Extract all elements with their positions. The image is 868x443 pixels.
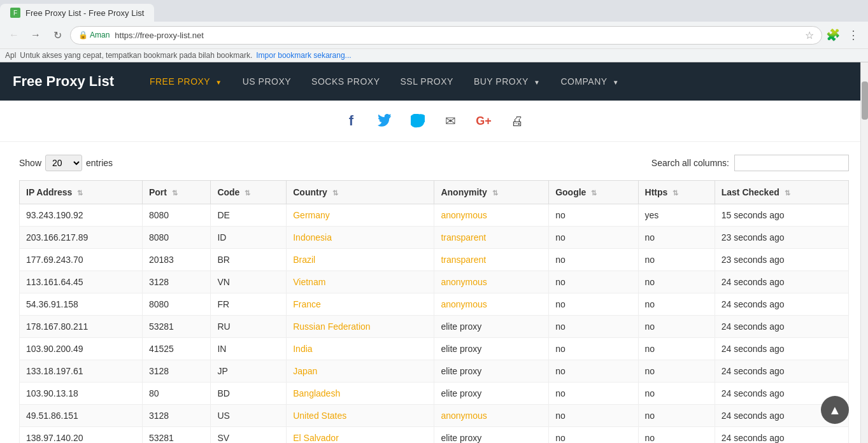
table-row: 103.90.200.49 41525 IN India elite proxy… xyxy=(20,338,849,360)
col-country[interactable]: Country ⇅ xyxy=(287,181,434,204)
cell-port: 8080 xyxy=(142,293,210,316)
main-nav: Free Proxy List FREE PROXY ▼ US PROXY SO… xyxy=(0,62,868,101)
nav-item-socks-proxy: SOCKS PROXY xyxy=(301,64,390,99)
nav-brand[interactable]: Free Proxy List xyxy=(13,73,114,90)
cell-https: no xyxy=(638,383,715,405)
menu-icon[interactable]: ⋮ xyxy=(844,25,863,45)
extensions-icon[interactable]: 🧩 xyxy=(826,28,840,42)
table-area: Show 10 20 25 50 100 entries Search all … xyxy=(0,142,868,443)
address-bar[interactable]: 🔒 Aman https://free-proxy-list.net ☆ xyxy=(70,26,822,45)
col-port[interactable]: Port ⇅ xyxy=(142,181,210,204)
cell-code: BD xyxy=(211,383,287,405)
email-icon[interactable]: ✉ xyxy=(439,109,462,132)
col-last-checked[interactable]: Last Checked ⇅ xyxy=(715,181,848,204)
search-input[interactable] xyxy=(734,155,849,171)
social-bar: f ✉ G+ 🖨 xyxy=(0,101,868,142)
twitter-icon[interactable] xyxy=(373,109,396,132)
cell-https: no xyxy=(638,316,715,338)
table-row: 93.243.190.92 8080 DE Germany anonymous … xyxy=(20,204,849,227)
table-row: 133.18.197.61 3128 JP Japan elite proxy … xyxy=(20,360,849,383)
cell-anonymity: transparent xyxy=(434,249,549,271)
google-plus-icon[interactable]: G+ xyxy=(473,109,495,132)
sort-icon-code: ⇅ xyxy=(245,189,250,197)
sort-icon-ip: ⇅ xyxy=(77,189,83,197)
nav-link-company[interactable]: COMPANY ▼ xyxy=(550,64,629,99)
cell-google: no xyxy=(549,427,638,444)
cell-anonymity: anonymous xyxy=(434,293,549,316)
country-link[interactable]: Japan xyxy=(293,366,317,376)
country-link[interactable]: Indonesia xyxy=(293,232,332,243)
table-row: 138.97.140.20 53281 SV El Salvador elite… xyxy=(20,427,849,444)
cell-port: 53281 xyxy=(142,427,210,444)
url-display[interactable]: https://free-proxy-list.net xyxy=(115,31,800,40)
country-link[interactable]: France xyxy=(293,299,321,309)
col-code[interactable]: Code ⇅ xyxy=(211,181,287,204)
country-link[interactable]: Germany xyxy=(293,210,330,220)
lock-icon: 🔒 xyxy=(78,31,88,39)
skype-icon[interactable] xyxy=(406,109,429,132)
import-bookmark-link[interactable]: Impor bookmark sekarang... xyxy=(256,51,351,60)
back-button[interactable]: ← xyxy=(5,26,23,44)
sort-icon-last-checked: ⇅ xyxy=(785,189,790,197)
scrollbar-thumb[interactable] xyxy=(862,81,868,120)
country-link[interactable]: El Salvador xyxy=(293,433,339,443)
col-ip[interactable]: IP Address ⇅ xyxy=(20,181,143,204)
proxy-table: IP Address ⇅ Port ⇅ Code ⇅ Country ⇅ Ano… xyxy=(19,180,849,443)
cell-port: 8080 xyxy=(142,227,210,249)
country-link[interactable]: United States xyxy=(293,411,346,421)
cell-last-checked: 15 seconds ago xyxy=(715,204,848,227)
country-link[interactable]: Russian Federation xyxy=(293,321,370,332)
browser-chrome: F Free Proxy List - Free Proxy List ← → … xyxy=(0,0,868,62)
bookmark-star-icon[interactable]: ☆ xyxy=(805,29,814,41)
country-link[interactable]: India xyxy=(293,344,312,354)
cell-google: no xyxy=(549,316,638,338)
forward-button[interactable]: → xyxy=(27,26,45,44)
active-tab[interactable]: F Free Proxy List - Free Proxy List xyxy=(0,4,154,22)
back-to-top-button[interactable]: ▲ xyxy=(821,396,849,424)
facebook-icon[interactable]: f xyxy=(340,109,363,132)
cell-country: Bangladesh xyxy=(287,383,434,405)
cell-ip: 103.90.13.18 xyxy=(20,383,143,405)
col-anonymity[interactable]: Anonymity ⇅ xyxy=(434,181,549,204)
chevron-down-icon: ▼ xyxy=(215,79,222,86)
country-link[interactable]: Brazil xyxy=(293,255,315,265)
cell-country: France xyxy=(287,293,434,316)
cell-code: DE xyxy=(211,204,287,227)
entries-select[interactable]: 10 20 25 50 100 xyxy=(45,155,82,171)
cell-https: no xyxy=(638,271,715,293)
cell-ip: 203.166.217.89 xyxy=(20,227,143,249)
country-link[interactable]: Vietnam xyxy=(293,277,325,287)
nav-link-socks-proxy[interactable]: SOCKS PROXY xyxy=(301,64,390,99)
table-row: 103.90.13.18 80 BD Bangladesh elite prox… xyxy=(20,383,849,405)
col-google[interactable]: Google ⇅ xyxy=(549,181,638,204)
country-link[interactable]: Bangladesh xyxy=(293,388,340,398)
cell-code: RU xyxy=(211,316,287,338)
nav-link-buy-proxy[interactable]: BUY PROXY ▼ xyxy=(464,64,550,99)
reload-button[interactable]: ↻ xyxy=(48,26,66,44)
cell-https: no xyxy=(638,427,715,444)
table-row: 113.161.64.45 3128 VN Vietnam anonymous … xyxy=(20,271,849,293)
nav-link-free-proxy[interactable]: FREE PROXY ▼ xyxy=(139,64,232,99)
cell-port: 53281 xyxy=(142,316,210,338)
cell-code: VN xyxy=(211,271,287,293)
print-icon[interactable]: 🖨 xyxy=(506,109,529,132)
cell-country: Brazil xyxy=(287,249,434,271)
cell-https: no xyxy=(638,227,715,249)
tab-title: Free Proxy List - Free Proxy List xyxy=(25,8,144,18)
col-https[interactable]: Https ⇅ xyxy=(638,181,715,204)
tab-favicon: F xyxy=(10,8,20,18)
nav-link-us-proxy[interactable]: US PROXY xyxy=(232,64,301,99)
scrollbar[interactable] xyxy=(860,62,868,443)
cell-https: no xyxy=(638,405,715,427)
cell-last-checked: 24 seconds ago xyxy=(715,338,848,360)
cell-ip: 133.18.197.61 xyxy=(20,360,143,383)
cell-google: no xyxy=(549,249,638,271)
cell-google: no xyxy=(549,405,638,427)
cell-anonymity: anonymous xyxy=(434,405,549,427)
page-wrapper: Free Proxy List FREE PROXY ▼ US PROXY SO… xyxy=(0,62,868,443)
cell-country: United States xyxy=(287,405,434,427)
cell-port: 8080 xyxy=(142,204,210,227)
nav-link-ssl-proxy[interactable]: SSL PROXY xyxy=(390,64,464,99)
cell-last-checked: 24 seconds ago xyxy=(715,427,848,444)
secure-label: Aman xyxy=(90,31,110,39)
